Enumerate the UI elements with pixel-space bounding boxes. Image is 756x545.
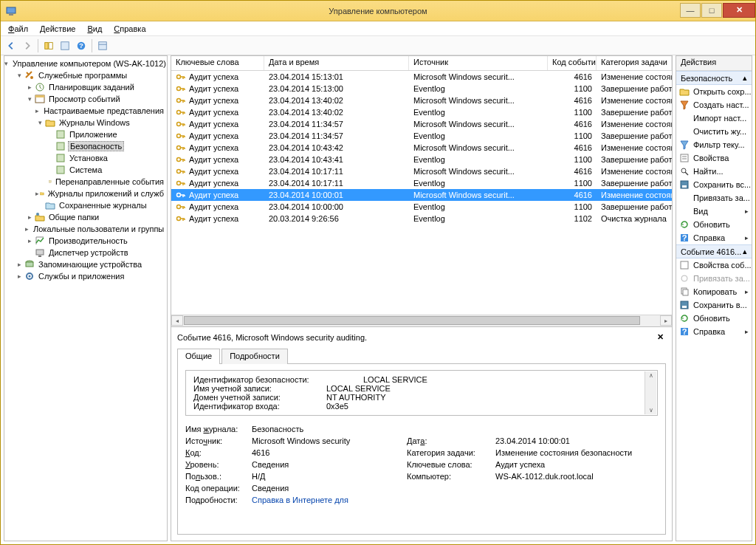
event-row[interactable]: Аудит успеха23.04.2014 10:43:42Microsoft…: [171, 142, 672, 154]
tree-application-log[interactable]: Приложение: [46, 128, 167, 140]
expand-icon[interactable]: ▸: [35, 189, 39, 198]
action-event-refresh[interactable]: Обновить: [676, 312, 752, 325]
expand-icon[interactable]: ▸: [25, 83, 34, 92]
expand-icon[interactable]: ▸: [35, 106, 39, 115]
actions-section-security[interactable]: Безопасность▴: [676, 71, 752, 85]
event-row[interactable]: Аудит успеха23.04.2014 10:00:01Microsoft…: [171, 189, 672, 201]
tree-security-log[interactable]: Безопасность: [46, 140, 167, 152]
expand-icon[interactable]: ▸: [15, 260, 24, 269]
tree-custom-views[interactable]: ▸Настраиваемые представления: [35, 105, 167, 117]
col-keywords[interactable]: Ключевые слова: [171, 56, 264, 70]
tree-event-viewer[interactable]: ▾Просмотр событий: [25, 93, 167, 105]
tree-task-scheduler[interactable]: ▸Планировщик заданий: [25, 81, 167, 93]
online-help-link[interactable]: Справка в Интернете для: [252, 496, 407, 504]
action-view[interactable]: Вид▸: [676, 205, 752, 218]
expand-icon[interactable]: ▸: [25, 224, 29, 233]
tree-setup-log[interactable]: Установка: [46, 152, 167, 164]
event-row[interactable]: Аудит успеха23.04.2014 11:34:57Eventlog1…: [171, 130, 672, 142]
tree-saved-logs[interactable]: Сохраненные журналы: [35, 199, 167, 211]
toolbar-btn-3[interactable]: [95, 38, 110, 53]
event-row[interactable]: Аудит успеха23.04.2014 10:17:11Eventlog1…: [171, 177, 672, 189]
action-event-properties[interactable]: Свойства соб...: [676, 258, 752, 272]
action-find[interactable]: Найти...: [676, 165, 752, 178]
svg-rect-48: [682, 185, 687, 188]
menu-file[interactable]: Файл: [4, 24, 32, 34]
help-button[interactable]: ?: [74, 38, 89, 53]
col-datetime[interactable]: Дата и время: [264, 56, 409, 70]
action-open-saved[interactable]: Открыть сохр...: [676, 85, 752, 98]
tree-root[interactable]: ▾ Управление компьютером (WS-AK-1012): [4, 58, 167, 69]
svg-point-41: [177, 217, 181, 221]
col-task-category[interactable]: Категория задачи: [597, 56, 672, 70]
tree-windows-logs[interactable]: ▾Журналы Windows: [35, 117, 167, 128]
action-help[interactable]: ?Справка▸: [676, 231, 752, 244]
menu-action[interactable]: Действие: [35, 24, 80, 34]
action-properties[interactable]: Свойства: [676, 151, 752, 165]
tree-forwarded-log[interactable]: Перенаправленные события: [46, 176, 167, 188]
tab-general[interactable]: Общие: [177, 349, 220, 364]
action-event-help[interactable]: ?Справка▸: [676, 325, 752, 338]
event-row[interactable]: Аудит успеха23.04.2014 10:43:41Eventlog1…: [171, 154, 672, 165]
event-rows[interactable]: Аудит успеха23.04.2014 15:13:01Microsoft…: [171, 71, 672, 315]
event-row[interactable]: Аудит успеха23.04.2014 15:13:01Microsoft…: [171, 71, 672, 83]
svg-rect-24: [38, 256, 41, 257]
event-row[interactable]: Аудит успеха20.03.2014 9:26:56Eventlog11…: [171, 213, 672, 224]
collapse-icon[interactable]: ▾: [35, 118, 44, 127]
tree-panel[interactable]: ▾ Управление компьютером (WS-AK-1012) ▾ …: [4, 55, 168, 541]
collapse-icon[interactable]: ▾: [25, 95, 34, 103]
scroll-right-button[interactable]: ▸: [660, 315, 672, 326]
expand-icon[interactable]: ▸: [25, 236, 34, 245]
titlebar[interactable]: Управление компьютером — □ ✕: [1, 1, 755, 21]
action-save-all[interactable]: Сохранить вс...: [676, 178, 752, 191]
event-row[interactable]: Аудит успеха23.04.2014 13:40:02Eventlog1…: [171, 106, 672, 118]
tree-shared-folders[interactable]: ▸Общие папки: [25, 211, 167, 223]
tree-device-manager[interactable]: Диспетчер устройств: [25, 247, 167, 258]
nav-forward-button[interactable]: [20, 38, 35, 53]
subject-scrollbar[interactable]: ∧∨: [645, 371, 656, 414]
show-hide-tree-button[interactable]: [41, 38, 56, 53]
close-button[interactable]: ✕: [723, 3, 755, 18]
action-attach-task[interactable]: Привязать за...: [676, 191, 752, 205]
action-event-save[interactable]: Сохранить в...: [676, 298, 752, 312]
tree-performance[interactable]: ▸Производительность: [25, 235, 167, 247]
action-create-custom[interactable]: Создать наст...: [676, 98, 752, 112]
event-row[interactable]: Аудит успеха23.04.2014 13:40:02Microsoft…: [171, 95, 672, 106]
action-clear-log[interactable]: Очистить жу...: [676, 125, 752, 138]
event-row[interactable]: Аудит успеха23.04.2014 11:34:57Microsoft…: [171, 118, 672, 130]
submenu-icon: ▸: [745, 288, 749, 295]
tree-local-users[interactable]: ▸Локальные пользователи и группы: [25, 223, 167, 235]
column-headers[interactable]: Ключевые слова Дата и время Источник Код…: [171, 56, 672, 71]
tree-sys-tools[interactable]: ▾ Служебные программы: [15, 69, 167, 81]
event-row[interactable]: Аудит успеха23.04.2014 15:13:00Eventlog1…: [171, 83, 672, 95]
expand-icon[interactable]: ▸: [15, 272, 24, 281]
menu-help[interactable]: Справка: [109, 24, 150, 34]
window-title: Управление компьютером: [329, 7, 427, 16]
maximize-button[interactable]: □: [701, 3, 722, 18]
action-filter-current[interactable]: Фильтр теку...: [676, 138, 752, 151]
horizontal-scrollbar[interactable]: ◂ ▸: [171, 315, 672, 326]
svg-rect-1: [9, 14, 13, 16]
event-row[interactable]: Аудит успеха23.04.2014 10:00:00Eventlog1…: [171, 201, 672, 213]
expand-icon[interactable]: ▸: [25, 213, 34, 222]
action-refresh[interactable]: Обновить: [676, 218, 752, 231]
tree-services-apps[interactable]: ▸Службы и приложения: [15, 270, 167, 282]
col-source[interactable]: Источник: [409, 56, 548, 70]
actions-section-event[interactable]: Событие 4616...▴: [676, 244, 752, 258]
event-row[interactable]: Аудит успеха23.04.2014 10:17:11Microsoft…: [171, 165, 672, 177]
tab-details[interactable]: Подробности: [221, 349, 288, 364]
action-event-copy[interactable]: Копировать▸: [676, 285, 752, 298]
minimize-button[interactable]: —: [680, 3, 701, 18]
tree-app-serv-logs[interactable]: ▸Журналы приложений и служб: [35, 188, 167, 199]
detail-close-button[interactable]: ✕: [654, 332, 666, 343]
menu-view[interactable]: Вид: [83, 24, 106, 34]
collapse-icon[interactable]: ▾: [15, 71, 24, 80]
toolbar-btn-2[interactable]: [58, 38, 72, 53]
svg-rect-3: [49, 42, 52, 49]
tree-system-log[interactable]: Система: [46, 164, 167, 176]
scroll-left-button[interactable]: ◂: [171, 315, 183, 326]
col-event-id[interactable]: Код события: [548, 56, 597, 70]
tree-storage[interactable]: ▸Запоминающие устройства: [15, 258, 167, 270]
action-import-custom[interactable]: Импорт наст...: [676, 112, 752, 125]
nav-back-button[interactable]: [4, 38, 18, 53]
collapse-icon[interactable]: ▾: [4, 59, 8, 68]
